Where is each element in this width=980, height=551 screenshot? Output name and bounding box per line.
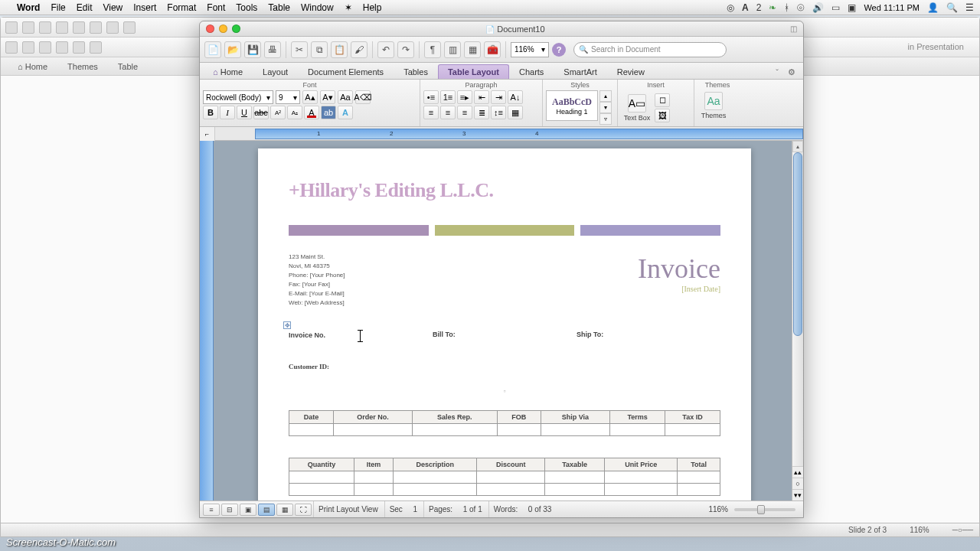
bg-qat-icon[interactable] [90, 21, 102, 34]
sort-button[interactable]: A↓ [508, 90, 523, 104]
bg-tb-icon[interactable] [5, 41, 18, 54]
bg-qat-icon[interactable] [22, 21, 34, 34]
sidebar-icon[interactable]: ▥ [444, 41, 461, 58]
underline-button[interactable]: U [237, 106, 252, 119]
th-discount[interactable]: Discount [477, 458, 545, 471]
scroll-thumb[interactable] [793, 152, 802, 336]
th-tax-id[interactable]: Tax ID [665, 411, 720, 424]
table-move-handle-icon[interactable]: ✥ [283, 321, 291, 329]
th-ship-via[interactable]: Ship Via [541, 411, 609, 424]
display-icon[interactable]: ▣ [848, 2, 856, 13]
document-scroll[interactable]: +Hillary's Editing L.L.C. 123 Maint St. … [214, 141, 803, 500]
clear-format-icon[interactable]: A⌫ [355, 90, 371, 104]
list-icon[interactable]: ☰ [965, 2, 974, 13]
table-row[interactable] [289, 424, 720, 436]
th-unit-price[interactable]: Unit Price [605, 458, 678, 471]
toolbox-icon[interactable]: 🧰 [484, 41, 501, 58]
sync-icon[interactable]: ◎ [727, 2, 734, 13]
line-items-table[interactable]: Quantity Item Description Discount Taxab… [289, 458, 720, 496]
wifi-icon[interactable]: ⦾ [797, 2, 805, 13]
scroll-up-icon[interactable]: ▴ [792, 141, 803, 152]
table-row[interactable] [289, 471, 720, 484]
style-next-icon[interactable]: ▾ [599, 102, 612, 113]
next-page-icon[interactable]: ▾▾ [792, 489, 803, 500]
section-indicator[interactable]: Sec 1 [384, 501, 422, 517]
superscript-button[interactable]: A² [270, 106, 286, 119]
tab-tables[interactable]: Tables [394, 64, 438, 79]
new-doc-icon[interactable]: 📄 [204, 41, 221, 58]
view-print-layout-icon[interactable]: ▤ [258, 504, 275, 516]
minimize-button[interactable] [219, 24, 227, 33]
align-center-button[interactable]: ≡ [440, 106, 456, 119]
th-item[interactable]: Item [354, 458, 393, 471]
invoice-date-placeholder[interactable]: [Insert Date] [638, 285, 720, 293]
th-terms[interactable]: Terms [610, 411, 665, 424]
bg-tb-icon[interactable] [90, 41, 102, 54]
open-icon[interactable]: 📂 [224, 41, 241, 58]
undo-icon[interactable]: ↶ [377, 41, 394, 58]
cut-icon[interactable]: ✂ [291, 41, 308, 58]
font-size-combo[interactable]: 9▾ [276, 90, 300, 104]
zoom-button[interactable] [232, 24, 240, 33]
view-fullscreen-icon[interactable]: ⛶ [295, 504, 312, 516]
bg-qat-icon[interactable] [123, 21, 136, 34]
th-description[interactable]: Description [394, 458, 477, 471]
subscript-button[interactable]: A₂ [287, 106, 302, 119]
word-titlebar[interactable]: Document10 ◫ [200, 21, 803, 37]
menu-insert[interactable]: Insert [133, 2, 156, 13]
zoom-combo[interactable]: 116%▾ [511, 42, 549, 57]
bg-qat-icon[interactable] [106, 21, 119, 34]
tab-home[interactable]: Home [203, 64, 253, 79]
shrink-font-icon[interactable]: A▾ [320, 90, 335, 104]
order-summary-table[interactable]: Date Order No. Sales Rep. FOB Ship Via T… [289, 410, 720, 436]
menu-script-icon[interactable]: ✶ [345, 2, 352, 13]
show-marks-icon[interactable]: ¶ [424, 41, 441, 58]
th-sales-rep[interactable]: Sales Rep. [412, 411, 497, 424]
italic-button[interactable]: I [220, 106, 235, 119]
bullets-button[interactable]: •≡ [423, 90, 439, 104]
toolbar-toggle-icon[interactable]: ◫ [790, 24, 797, 33]
menu-file[interactable]: File [51, 2, 65, 13]
text-effects-button[interactable]: A [338, 106, 353, 119]
view-draft-icon[interactable]: ≡ [203, 504, 220, 516]
zoom-slider[interactable] [734, 508, 795, 511]
bg-qat-icon[interactable] [73, 21, 85, 34]
highlight-button[interactable]: ab [321, 106, 336, 119]
tab-selector[interactable]: ⌐ [200, 127, 215, 141]
horizontal-ruler[interactable]: 1 2 3 4 [255, 129, 803, 139]
spotlight-icon[interactable]: 🔍 [946, 2, 958, 13]
browse-object-icon[interactable]: ○ [792, 478, 803, 489]
volume-icon[interactable]: 🔊 [812, 2, 824, 13]
picture-button[interactable]: 🖼 [655, 109, 670, 122]
th-date[interactable]: Date [289, 411, 334, 424]
invoice-heading[interactable]: Invoice [Insert Date] [638, 253, 720, 308]
themes-button[interactable]: Aa Themes [697, 90, 730, 121]
menu-view[interactable]: View [103, 2, 122, 13]
format-painter-icon[interactable]: 🖌 [351, 41, 368, 58]
close-button[interactable] [206, 24, 214, 33]
tab-smartart[interactable]: SmartArt [554, 64, 606, 79]
bg-qat-icon[interactable] [56, 21, 68, 34]
word-count[interactable]: Words: 0 of 33 [488, 501, 557, 517]
copy-icon[interactable]: ⧉ [311, 41, 328, 58]
save-icon[interactable]: 💾 [244, 41, 261, 58]
shape-button[interactable]: ◻ [655, 93, 670, 107]
th-taxable[interactable]: Taxable [545, 458, 605, 471]
bg-tb-icon[interactable] [22, 41, 34, 54]
redo-icon[interactable]: ↷ [397, 41, 414, 58]
tab-table-layout[interactable]: Table Layout [438, 64, 509, 79]
th-quantity[interactable]: Quantity [289, 458, 354, 471]
menu-window[interactable]: Window [301, 2, 334, 13]
app-menu[interactable]: Word [17, 2, 40, 13]
line-spacing-button[interactable]: ↕≡ [491, 106, 506, 119]
shading-button[interactable]: ▦ [508, 106, 523, 119]
status-zoom-value[interactable]: 116% [708, 505, 728, 514]
grow-font-icon[interactable]: A▴ [302, 90, 318, 104]
bg-tab-home[interactable]: Home [8, 60, 57, 73]
vertical-ruler[interactable] [200, 141, 214, 500]
tab-charts[interactable]: Charts [509, 64, 554, 79]
ribbon-settings-icon[interactable]: ⚙ [783, 66, 800, 79]
strikethrough-button[interactable]: abc [253, 106, 269, 119]
bg-tb-icon[interactable] [56, 41, 68, 54]
numbering-button[interactable]: 1≡ [440, 90, 456, 104]
